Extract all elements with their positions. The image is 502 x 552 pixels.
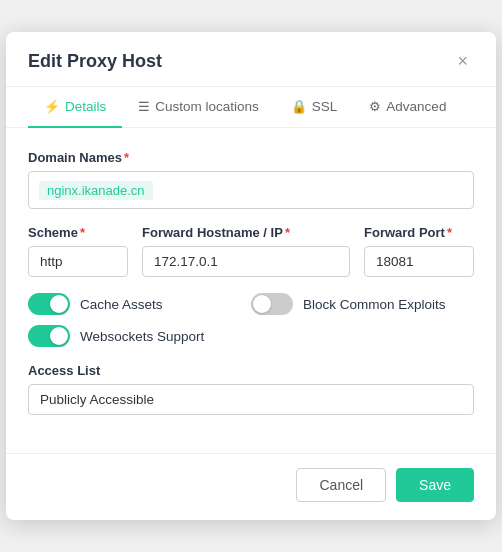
port-required: * — [447, 225, 452, 240]
tab-advanced-label: Advanced — [386, 99, 446, 114]
hostname-group: Forward Hostname / IP* — [142, 225, 350, 277]
save-button[interactable]: Save — [396, 468, 474, 502]
tab-bar: ⚡ Details ☰ Custom locations 🔒 SSL ⚙ Adv… — [6, 87, 496, 128]
required-star: * — [124, 150, 129, 165]
websockets-label: Websockets Support — [80, 329, 204, 344]
domain-names-input[interactable]: nginx.ikanade.cn — [28, 171, 474, 209]
cache-assets-slider — [28, 293, 70, 315]
tab-advanced[interactable]: ⚙ Advanced — [353, 87, 462, 128]
access-list-group: Access List — [28, 363, 474, 415]
hostname-label: Forward Hostname / IP* — [142, 225, 350, 240]
cancel-button[interactable]: Cancel — [296, 468, 386, 502]
advanced-icon: ⚙ — [369, 99, 381, 114]
modal-header: Edit Proxy Host × — [6, 32, 496, 87]
access-list-label: Access List — [28, 363, 474, 378]
access-list-input[interactable] — [28, 384, 474, 415]
edit-proxy-host-modal: Edit Proxy Host × ⚡ Details ☰ Custom loc… — [6, 32, 496, 520]
websockets-row: Websockets Support — [28, 325, 474, 347]
hostname-input[interactable] — [142, 246, 350, 277]
domain-names-group: Domain Names* nginx.ikanade.cn — [28, 150, 474, 209]
ssl-icon: 🔒 — [291, 99, 307, 114]
scheme-input[interactable] — [28, 246, 128, 277]
cache-assets-toggle[interactable] — [28, 293, 70, 315]
tab-ssl-label: SSL — [312, 99, 338, 114]
block-exploits-label: Block Common Exploits — [303, 297, 446, 312]
block-exploits-slider — [251, 293, 293, 315]
tab-custom-locations-label: Custom locations — [155, 99, 259, 114]
tab-details-label: Details — [65, 99, 106, 114]
hostname-required: * — [285, 225, 290, 240]
cache-assets-label: Cache Assets — [80, 297, 163, 312]
port-label: Forward Port* — [364, 225, 474, 240]
port-input[interactable] — [364, 246, 474, 277]
tab-details[interactable]: ⚡ Details — [28, 87, 122, 128]
websockets-toggle[interactable] — [28, 325, 70, 347]
connection-row: Scheme* Forward Hostname / IP* Forward P… — [28, 225, 474, 293]
scheme-required: * — [80, 225, 85, 240]
domain-names-label: Domain Names* — [28, 150, 474, 165]
tab-custom-locations[interactable]: ☰ Custom locations — [122, 87, 275, 128]
websockets-slider — [28, 325, 70, 347]
cache-assets-group: Cache Assets — [28, 293, 251, 315]
custom-locations-icon: ☰ — [138, 99, 150, 114]
scheme-group: Scheme* — [28, 225, 128, 277]
details-icon: ⚡ — [44, 99, 60, 114]
block-exploits-toggle[interactable] — [251, 293, 293, 315]
scheme-label: Scheme* — [28, 225, 128, 240]
close-button[interactable]: × — [451, 50, 474, 72]
block-exploits-group: Block Common Exploits — [251, 293, 474, 315]
toggles-row-1: Cache Assets Block Common Exploits — [28, 293, 474, 315]
modal-footer: Cancel Save — [6, 453, 496, 520]
domain-tag-text: nginx.ikanade.cn — [47, 183, 145, 198]
modal-body: Domain Names* nginx.ikanade.cn Scheme* F… — [6, 128, 496, 447]
modal-title: Edit Proxy Host — [28, 51, 162, 72]
domain-tag: nginx.ikanade.cn — [39, 181, 153, 200]
tab-ssl[interactable]: 🔒 SSL — [275, 87, 354, 128]
port-group: Forward Port* — [364, 225, 474, 277]
